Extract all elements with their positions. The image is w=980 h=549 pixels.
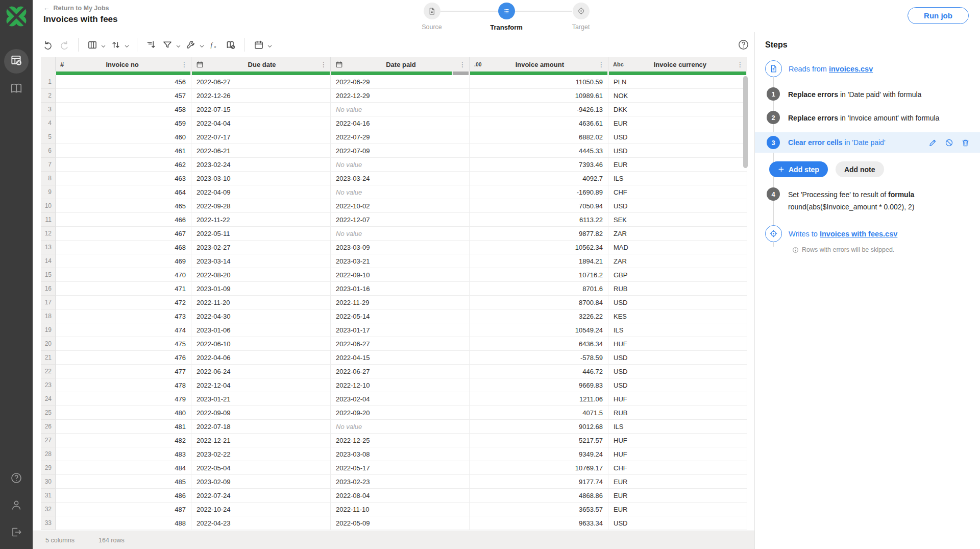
cell-due_date[interactable]: 2022-05-04 (191, 461, 331, 475)
cell-date_paid[interactable]: 2022-06-27 (331, 337, 470, 351)
cell-date_paid[interactable]: 2023-01-17 (331, 323, 470, 337)
cell-date_paid[interactable]: 2022-06-27 (331, 365, 470, 378)
cell-due_date[interactable]: 2022-07-15 (191, 103, 331, 116)
cell-due_date[interactable]: 2022-09-09 (191, 406, 331, 420)
cell-invoice_no[interactable]: 482 (56, 434, 191, 447)
cell-due_date[interactable]: 2023-01-09 (191, 282, 331, 296)
write-step-file-link[interactable]: Invoices with fees.csv (820, 230, 897, 238)
cell-due_date[interactable]: 2022-09-28 (191, 199, 331, 213)
cell-invoice_currency[interactable]: USD (608, 516, 747, 530)
cell-invoice_currency[interactable]: SEK (608, 213, 747, 227)
cell-invoice_amount[interactable]: 8700.84 (470, 296, 608, 309)
cell-invoice_no[interactable]: 469 (56, 254, 191, 268)
cell-due_date[interactable]: 2023-02-22 (191, 447, 331, 461)
cell-due_date[interactable]: 2022-12-26 (191, 89, 331, 103)
help-circle-icon[interactable] (738, 39, 749, 51)
row-number[interactable]: 15 (41, 268, 56, 282)
delete-trash-icon[interactable] (961, 138, 970, 147)
cell-date_paid[interactable]: 2022-12-25 (331, 434, 470, 447)
cell-invoice_amount[interactable]: 10549.24 (470, 323, 608, 337)
read-step-file-link[interactable]: invoices.csv (829, 65, 873, 73)
cell-invoice_no[interactable]: 473 (56, 309, 191, 323)
cell-due_date[interactable]: 2023-02-24 (191, 158, 331, 172)
cell-invoice_no[interactable]: 461 (56, 144, 191, 158)
cell-invoice_currency[interactable]: USD (608, 351, 747, 365)
step-3[interactable]: 3Clear error cells in 'Date paid' (755, 132, 980, 153)
cell-due_date[interactable]: 2023-02-09 (191, 475, 331, 489)
toolbar-fx-button[interactable]: fx (208, 38, 221, 52)
cell-date_paid[interactable]: 2023-02-23 (331, 475, 470, 489)
row-number[interactable]: 1 (41, 75, 56, 89)
cell-invoice_no[interactable]: 488 (56, 516, 191, 530)
cell-invoice_amount[interactable]: 4071.5 (470, 406, 608, 420)
cell-invoice_no[interactable]: 485 (56, 475, 191, 489)
column-menu-kebab-icon[interactable]: ⋮ (181, 61, 188, 68)
stepper-transform[interactable]: Transform (483, 3, 529, 31)
row-number[interactable]: 16 (41, 282, 56, 296)
cell-invoice_amount[interactable]: 10716.2 (470, 268, 608, 282)
row-number[interactable]: 14 (41, 254, 56, 268)
cell-invoice_no[interactable]: 466 (56, 213, 191, 227)
cell-invoice_currency[interactable]: USD (608, 296, 747, 309)
cell-invoice_no[interactable]: 487 (56, 503, 191, 516)
row-number[interactable]: 31 (41, 489, 56, 503)
cell-invoice_currency[interactable]: CHF (608, 461, 747, 475)
cell-due_date[interactable]: 2023-01-06 (191, 323, 331, 337)
cell-invoice_currency[interactable]: RUB (608, 282, 747, 296)
return-to-jobs-link[interactable]: ← Return to My Jobs (43, 5, 109, 12)
cell-due_date[interactable]: 2022-06-10 (191, 337, 331, 351)
cell-invoice_amount[interactable]: 8701.6 (470, 282, 608, 296)
cell-date_paid[interactable]: 2023-02-04 (331, 392, 470, 406)
cell-date_paid[interactable]: 2022-12-10 (331, 378, 470, 392)
cell-invoice_amount[interactable]: 10989.61 (470, 89, 608, 103)
cell-invoice_currency[interactable]: ILS (608, 323, 747, 337)
cell-invoice_amount[interactable]: 10769.17 (470, 461, 608, 475)
cell-invoice_currency[interactable]: RUB (608, 406, 747, 420)
row-number[interactable]: 22 (41, 365, 56, 378)
cell-invoice_no[interactable]: 479 (56, 392, 191, 406)
cell-date_paid[interactable]: 2023-03-08 (331, 447, 470, 461)
cell-due_date[interactable]: 2023-03-10 (191, 172, 331, 185)
cell-invoice_no[interactable]: 468 (56, 241, 191, 254)
disable-icon[interactable] (945, 138, 953, 147)
row-number[interactable]: 23 (41, 378, 56, 392)
cell-invoice_no[interactable]: 472 (56, 296, 191, 309)
row-number[interactable]: 25 (41, 406, 56, 420)
cell-date_paid[interactable]: 2022-04-15 (331, 351, 470, 365)
cell-invoice_amount[interactable]: 1211.06 (470, 392, 608, 406)
row-number[interactable]: 13 (41, 241, 56, 254)
cell-invoice_amount[interactable]: 4445.33 (470, 144, 608, 158)
step-4[interactable]: 4Set 'Processing fee' to result of formu… (755, 187, 980, 213)
column-menu-kebab-icon[interactable]: ⋮ (459, 61, 466, 68)
cell-date_paid[interactable]: 2022-11-10 (331, 503, 470, 516)
sign-out-icon[interactable] (10, 526, 22, 538)
cell-invoice_amount[interactable]: 9349.24 (470, 447, 608, 461)
cell-invoice_amount[interactable]: 3653.57 (470, 503, 608, 516)
cell-due_date[interactable]: 2022-07-17 (191, 130, 331, 144)
row-number[interactable]: 3 (41, 103, 56, 116)
row-number[interactable]: 12 (41, 227, 56, 241)
cell-invoice_currency[interactable]: EUR (608, 503, 747, 516)
cell-due_date[interactable]: 2022-04-06 (191, 351, 331, 365)
cell-invoice_amount[interactable]: 1894.21 (470, 254, 608, 268)
cell-invoice_amount[interactable]: -9426.13 (470, 103, 608, 116)
cell-due_date[interactable]: 2022-10-24 (191, 503, 331, 516)
cell-date_paid[interactable]: 2022-04-16 (331, 116, 470, 130)
cell-invoice_no[interactable]: 486 (56, 489, 191, 503)
cell-invoice_no[interactable]: 465 (56, 199, 191, 213)
row-number[interactable]: 8 (41, 172, 56, 185)
toolbar-filter-button[interactable] (161, 38, 181, 52)
cell-invoice_amount[interactable]: 7050.94 (470, 199, 608, 213)
cell-invoice_currency[interactable]: GBP (608, 268, 747, 282)
cell-invoice_amount[interactable]: 9633.34 (470, 516, 608, 530)
column-menu-kebab-icon[interactable]: ⋮ (598, 61, 605, 68)
cell-invoice_amount[interactable]: 9877.82 (470, 227, 608, 241)
row-number[interactable]: 26 (41, 420, 56, 434)
cell-date_paid[interactable]: No value (331, 420, 470, 434)
clover-logo-icon[interactable] (5, 5, 28, 28)
cell-invoice_amount[interactable]: 6882.02 (470, 130, 608, 144)
cell-invoice_no[interactable]: 480 (56, 406, 191, 420)
cell-date_paid[interactable]: 2022-05-14 (331, 309, 470, 323)
cell-due_date[interactable]: 2023-01-21 (191, 392, 331, 406)
toolbar-undo-button[interactable] (41, 38, 55, 52)
